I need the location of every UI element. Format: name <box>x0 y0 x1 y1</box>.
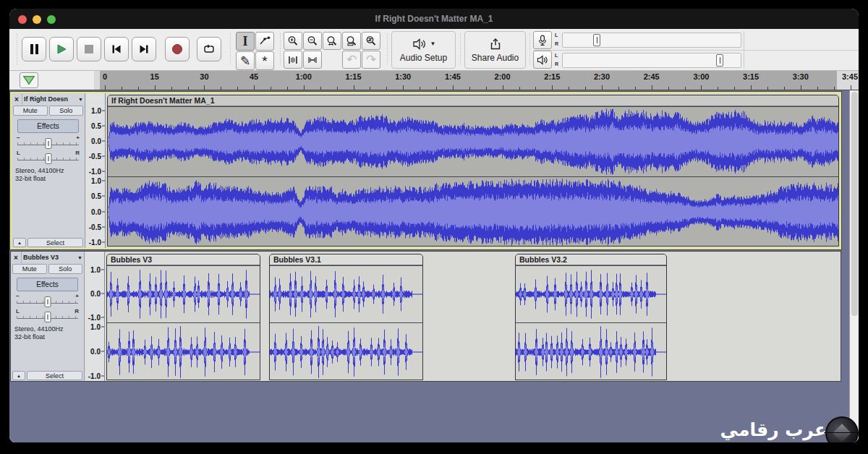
gain-plus-label: + <box>76 134 80 141</box>
collapse-track-button[interactable]: ▲ <box>13 238 26 247</box>
ruler-tick <box>354 85 354 90</box>
close-track-button[interactable]: × <box>11 252 22 263</box>
ruler-tick <box>552 85 553 90</box>
toolbar-grip[interactable] <box>528 33 531 66</box>
clip-title[interactable]: If Right Doesn't Matter MA_1 <box>108 95 838 106</box>
waveform-canvas[interactable] <box>270 266 422 322</box>
effects-button[interactable]: Effects <box>17 278 78 291</box>
vertical-scale-ruler[interactable]: 1.00.50.0-0.5-1.01.00.50.0-0.5-1.0 <box>86 93 106 248</box>
toolbar-grip[interactable] <box>386 33 388 66</box>
record-meter-button[interactable] <box>533 31 552 49</box>
skip-to-end-button[interactable] <box>132 37 156 61</box>
gain-slider-thumb[interactable] <box>44 296 51 307</box>
trim-audio-button[interactable] <box>284 51 302 69</box>
audio-clip[interactable]: Bubbles V3.1 <box>269 254 423 380</box>
waveform-canvas[interactable] <box>108 177 838 247</box>
select-track-button[interactable]: Select <box>27 238 83 247</box>
toolbar-grip[interactable] <box>15 33 18 66</box>
waveform-canvas[interactable] <box>516 266 666 322</box>
gain-slider[interactable]: − + <box>16 134 80 150</box>
envelope-tool-button[interactable] <box>255 32 274 51</box>
play-meter-bar[interactable] <box>562 53 741 68</box>
stop-button[interactable] <box>77 37 101 61</box>
playback-volume-slider[interactable] <box>716 54 723 67</box>
play-meter-button[interactable] <box>533 51 552 69</box>
audio-clip[interactable]: Bubbles V3.2 <box>515 254 667 380</box>
track-2-waveform-area[interactable]: Bubbles V3Bubbles V3.1Bubbles V3.2 <box>105 252 841 381</box>
toolbar-grip[interactable] <box>459 33 461 66</box>
ruler-tick <box>403 85 404 90</box>
pan-slider[interactable]: L R <box>15 308 80 323</box>
draw-tool-button[interactable]: ✎ <box>236 51 255 70</box>
solo-button[interactable]: Solo <box>48 264 83 274</box>
fit-selection-button[interactable] <box>323 32 341 50</box>
track-name-menu[interactable]: If Right Doesn ▼ <box>22 93 85 105</box>
loop-icon <box>203 43 216 55</box>
pause-button[interactable] <box>22 37 46 61</box>
ruler-tick <box>370 87 370 90</box>
collapse-track-button[interactable]: ▲ <box>12 371 25 380</box>
clip-title[interactable]: Bubbles V3.2 <box>516 254 666 265</box>
close-window-button[interactable] <box>18 15 27 24</box>
toolbar-grip[interactable] <box>229 33 231 66</box>
audio-setup-button[interactable]: ▼ Audio Setup <box>391 31 456 69</box>
clip-title[interactable]: Bubbles V3.1 <box>270 254 422 265</box>
scale-label: 0.5 <box>91 122 101 130</box>
waveform-canvas[interactable] <box>108 107 838 176</box>
mute-button[interactable]: Mute <box>13 106 48 116</box>
effects-button[interactable]: Effects <box>17 119 79 133</box>
fit-project-button[interactable] <box>342 32 361 50</box>
zoom-toggle-button[interactable] <box>362 32 380 50</box>
track-name-menu[interactable]: Bubbles V3 ▼ <box>22 252 84 263</box>
toolbar-grip[interactable] <box>278 33 281 66</box>
play-icon <box>56 43 67 55</box>
traffic-lights <box>18 15 56 24</box>
pan-slider-thumb[interactable] <box>45 153 51 164</box>
pan-right-label: R <box>75 308 79 314</box>
gain-slider-thumb[interactable] <box>45 138 51 149</box>
record-volume-slider[interactable] <box>593 34 600 46</box>
undo-button[interactable]: ↶ <box>342 51 361 69</box>
waveform-canvas[interactable] <box>516 323 666 380</box>
scale-tick <box>102 211 105 212</box>
waveform-canvas[interactable] <box>270 323 422 380</box>
pan-slider-thumb[interactable] <box>44 312 51 322</box>
redo-button[interactable]: ↷ <box>362 51 380 69</box>
vertical-scrollbar[interactable] <box>849 90 859 442</box>
pan-right-label: R <box>75 150 80 156</box>
record-button[interactable] <box>165 37 190 61</box>
play-button[interactable] <box>49 37 74 61</box>
share-audio-button[interactable]: Share Audio <box>464 31 526 69</box>
audio-clip[interactable]: If Right Doesn't Matter MA_1 <box>107 95 839 247</box>
skip-to-start-button[interactable] <box>104 37 129 61</box>
track-1-waveform-area[interactable]: If Right Doesn't Matter MA_1 <box>106 93 840 248</box>
record-meter-bar[interactable] <box>562 33 741 48</box>
multi-tool-button[interactable]: * <box>255 51 274 70</box>
clip-title[interactable]: Bubbles V3 <box>107 254 260 265</box>
waveform-canvas[interactable] <box>107 323 260 380</box>
select-track-button[interactable]: Select <box>27 371 82 380</box>
timeline-ruler[interactable]: 01530451:001:151:301:452:002:152:302:453… <box>94 71 859 90</box>
zoom-window-button[interactable] <box>47 15 56 24</box>
selection-tool-button[interactable]: I <box>236 32 255 51</box>
solo-button[interactable]: Solo <box>49 106 84 116</box>
zoom-out-button[interactable] <box>303 32 322 50</box>
audio-clip[interactable]: Bubbles V3 <box>106 254 260 380</box>
pan-slider[interactable]: L R <box>16 150 80 165</box>
ruler-label: 1:45 <box>445 72 461 81</box>
waveform-canvas[interactable] <box>107 266 260 322</box>
silence-audio-button[interactable] <box>303 51 322 69</box>
gain-plus-label: + <box>75 293 79 299</box>
loop-button[interactable] <box>197 37 221 61</box>
timeline-options-button[interactable] <box>20 72 38 88</box>
close-track-button[interactable]: × <box>12 93 22 105</box>
gain-minus-label: − <box>16 293 20 299</box>
vertical-scrollbar-thumb[interactable] <box>851 92 858 316</box>
vertical-scale-ruler[interactable]: 1.00.0-1.01.00.0-1.0 <box>85 252 105 381</box>
zoom-in-button[interactable] <box>284 32 302 50</box>
gain-slider[interactable]: − + <box>15 293 80 308</box>
minimize-window-button[interactable] <box>33 15 41 24</box>
ruler-tick <box>188 87 189 90</box>
mute-button[interactable]: Mute <box>12 264 47 274</box>
ruler-tick <box>652 85 652 90</box>
